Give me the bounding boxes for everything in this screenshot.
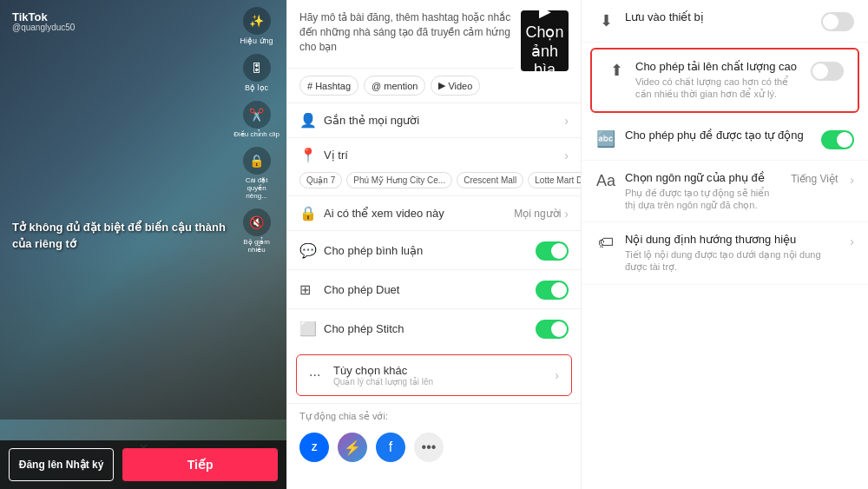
mention-icon: @: [372, 81, 381, 91]
subtitle-language-title: Chọn ngôn ngữ của phụ đề: [625, 171, 782, 184]
save-device-toggle[interactable]: [821, 12, 854, 31]
auto-subtitle-toggle[interactable]: [821, 130, 854, 149]
right-icons: ✨ Hiệu ứng 🎛 Bộ lọc ✂️ Điều chỉnh clip 🔒…: [233, 7, 279, 254]
upload-quality-toggle-container: [811, 62, 844, 81]
bogiamnhieu-label: Bộ giảm nhiễu: [240, 238, 274, 254]
tiktok-username: @quanglyduc50: [12, 23, 75, 32]
allow-comments-row[interactable]: 💬 Cho phép bình luận: [287, 230, 581, 269]
allow-duet-toggle[interactable]: [536, 281, 569, 300]
save-device-container: [821, 12, 854, 31]
cover-image-button[interactable]: ▶ Chọn ảnh bìa: [521, 10, 569, 71]
caidat-group[interactable]: 🔒 Cài đặt quyền riêng...: [240, 147, 274, 200]
hieuung-label: Hiệu ứng: [240, 36, 273, 45]
bogiamnhieu-group[interactable]: 🔇 Bộ giảm nhiễu: [240, 208, 274, 254]
location-icon: 📍: [299, 147, 324, 163]
allow-stitch-label: Cho phép Stitch: [324, 322, 536, 335]
hieuung-group[interactable]: ✨ Hiệu ứng: [240, 7, 273, 45]
hashtag-label: Hashtag: [315, 81, 351, 91]
location-chevron-icon: ›: [564, 149, 569, 162]
allow-stitch-toggle[interactable]: [536, 320, 569, 339]
branded-content-row[interactable]: 🏷 Nội dung định hướng thương hiệu Tiết l…: [582, 222, 868, 285]
auto-subtitle-icon: 🔤: [595, 129, 616, 149]
video-text: Tở không đủ đặt biệt để biến cậu thành c…: [12, 220, 243, 251]
allow-duet-row[interactable]: ⊞ Cho phép Duet: [287, 269, 581, 308]
video-tag-icon: ▶: [438, 80, 445, 91]
mention-label: mention: [384, 81, 418, 91]
who-can-view-value: Mọi người: [514, 208, 561, 220]
left-panel: TikTok @quanglyduc50 ✨ Hiệu ứng 🎛 Bộ lọc…: [0, 0, 286, 489]
more-share-button[interactable]: •••: [414, 433, 444, 462]
hashtag-icon: #: [307, 81, 312, 91]
upload-quality-title: Cho phép tải lên chất lượng cao: [635, 60, 802, 73]
boloc-icon: 🎛: [243, 54, 271, 82]
privacy-icon: 🔒: [299, 205, 324, 221]
bottom-buttons: Đăng lên Nhật ký Tiếp: [0, 440, 286, 489]
branded-content-chevron-icon: ›: [850, 235, 854, 248]
advanced-options-highlight: ··· Tùy chọn khác Quản lý chất lượng tải…: [296, 354, 572, 396]
middle-panel: ▶ Chọn ảnh bìa Hãy mô tả bài đăng, thêm …: [286, 0, 582, 489]
subtitle-language-desc: Phụ đề được tạo tự động sẽ hiển thị dựa …: [625, 187, 782, 212]
caption-area: ▶ Chọn ảnh bìa Hãy mô tả bài đăng, thêm …: [287, 0, 581, 68]
auto-share-label: Tự động chia sẻ với:: [299, 411, 388, 421]
tag-people-row[interactable]: 👤 Gắn thẻ mọi người ›: [287, 102, 581, 137]
allow-duet-label: Cho phép Duet: [324, 283, 536, 296]
hashtag-button[interactable]: # Hashtag: [299, 76, 358, 96]
video-tag-button[interactable]: ▶ Video: [431, 76, 480, 96]
bogiamnhieu-icon: 🔇: [243, 208, 271, 236]
mention-button[interactable]: @ mention: [364, 76, 425, 96]
hieuung-icon: ✨: [243, 7, 271, 35]
auto-subtitle-row[interactable]: 🔤 Cho phép phụ đề được tạo tự động: [582, 118, 868, 161]
subtitle-language-chevron-icon: ›: [850, 173, 854, 187]
dieuchinch-label: Điều chỉnh clip: [233, 130, 279, 138]
subtitle-language-row[interactable]: Aa Chọn ngôn ngữ của phụ đề Phụ đề được …: [582, 161, 868, 223]
location-tag-1[interactable]: Phú Mỹ Hưng City Ce...: [346, 172, 452, 188]
right-panel: ⬇ Lưu vào thiết bị ⬆ Cho phép tải lên ch…: [582, 0, 868, 489]
tag-people-label: Gắn thẻ mọi người: [324, 114, 564, 127]
dieuchinch-group[interactable]: ✂️ Điều chỉnh clip: [233, 101, 279, 138]
subtitle-language-icon: Aa: [595, 172, 616, 190]
cover-icon: ▶: [539, 2, 551, 21]
allow-comments-toggle[interactable]: [536, 241, 569, 261]
cover-label: Chọn ảnh bìa: [521, 23, 569, 79]
upload-quality-row[interactable]: ⬆ Cho phép tải lên chất lượng cao Video …: [592, 50, 858, 111]
save-device-title: Lưu vào thiết bị: [625, 10, 812, 23]
zalo-share-button[interactable]: Z: [299, 433, 329, 462]
advanced-options-chevron-icon: ›: [555, 368, 559, 382]
auto-subtitle-title: Cho phép phụ đề được tạo tự động: [625, 129, 812, 142]
tiktok-logo: TikTok: [12, 10, 48, 23]
hashtag-row: # Hashtag @ mention ▶ Video: [287, 68, 514, 102]
who-can-view-label: Ai có thể xem video này: [324, 207, 514, 220]
location-tag-0[interactable]: Quận 7: [299, 172, 342, 188]
road-overlay: [0, 246, 286, 420]
who-can-view-chevron-icon: ›: [564, 207, 569, 221]
auto-subtitle-toggle-container: [821, 130, 854, 149]
location-tag-3[interactable]: Lotte Mart Distric: [528, 172, 581, 188]
boloc-group[interactable]: 🎛 Bộ lọc: [243, 54, 271, 92]
share-icons-row: Z ⚡ f •••: [287, 426, 581, 469]
save-device-row[interactable]: ⬇ Lưu vào thiết bị: [582, 0, 868, 43]
save-device-icon: ⬇: [595, 11, 616, 30]
advanced-options-container: ··· Tùy chọn khác Quản lý chất lượng tải…: [296, 354, 572, 396]
duet-icon: ⊞: [299, 281, 324, 298]
advanced-options-content: Tùy chọn khác Quản lý chất lượng tải lên: [333, 364, 555, 387]
boloc-label: Bộ lọc: [245, 83, 268, 92]
save-device-content: Lưu vào thiết bị: [625, 10, 812, 26]
who-can-view-row[interactable]: 🔒 Ai có thể xem video này Mọi người ›: [287, 195, 581, 230]
allow-stitch-row[interactable]: ⬜ Cho phép Stitch: [287, 308, 581, 347]
location-tag-2[interactable]: Crescent Mall: [457, 172, 523, 188]
branded-content-title: Nội dung định hướng thương hiệu: [625, 233, 841, 246]
subtitle-language-content: Chọn ngôn ngữ của phụ đề Phụ đề được tạo…: [625, 171, 782, 212]
subtitle-language-value: Tiếng Việt: [791, 173, 838, 185]
advanced-options-label: Tùy chọn khác: [333, 364, 555, 377]
advanced-options-row[interactable]: ··· Tùy chọn khác Quản lý chất lượng tải…: [297, 355, 571, 395]
dieuchinch-icon: ✂️: [243, 101, 271, 129]
location-tags: Quận 7 Phú Mỹ Hưng City Ce... Crescent M…: [287, 172, 581, 195]
diary-button[interactable]: Đăng lên Nhật ký: [9, 448, 114, 481]
upload-quality-toggle[interactable]: [811, 62, 844, 81]
messenger-share-button[interactable]: ⚡: [338, 433, 367, 462]
branded-content-icon: 🏷: [595, 234, 616, 252]
next-button[interactable]: Tiếp: [122, 448, 278, 481]
facebook-share-button[interactable]: f: [376, 433, 405, 462]
caidat-label: Cài đặt quyền riêng...: [240, 176, 274, 200]
location-row[interactable]: 📍 Vị trí ›: [287, 137, 581, 172]
